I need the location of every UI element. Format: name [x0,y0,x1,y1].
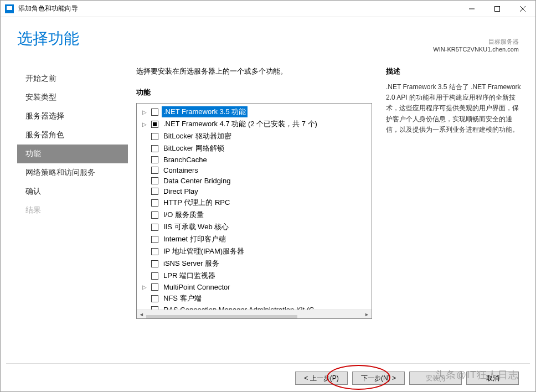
nav-item-4[interactable]: 功能 [17,145,128,163]
feature-item[interactable]: ▷Internet 打印客户端 [137,233,372,245]
feature-item[interactable]: ▷BitLocker 网络解锁 [137,142,372,154]
header-area: 选择功能 目标服务器 WIN-KR5TC2VNKU1.chen.com [1,17,535,61]
feature-label[interactable]: NFS 客户端 [162,293,203,304]
feature-label[interactable]: BitLocker 网络解锁 [162,143,226,154]
feature-checkbox[interactable] [151,283,158,291]
next-button[interactable]: 下一步(N) > [352,372,405,385]
nav-item-7: 结果 [17,201,128,220]
description-column: 描述 .NET Framework 3.5 结合了 .NET Framework… [386,66,522,338]
nav-sidebar: 开始之前安装类型服务器选择服务器角色功能网络策略和访问服务确认结果 [17,61,128,338]
feature-checkbox[interactable] [151,145,158,152]
feature-item[interactable]: ▷NFS 客户端 [137,292,372,305]
feature-item[interactable]: ▷iSNS Server 服务 [137,257,372,270]
svg-rect-1 [495,6,500,11]
feature-label[interactable]: I/O 服务质量 [162,209,205,220]
feature-label[interactable]: Direct Play [162,187,200,196]
features-header: 功能 [136,87,372,97]
feature-checkbox[interactable] [151,272,158,280]
nav-item-3[interactable]: 服务器角色 [17,126,128,145]
feature-label[interactable]: .NET Framework 3.5 功能 [162,106,248,117]
feature-label[interactable]: IP 地址管理(IPAM)服务器 [162,246,246,257]
previous-button[interactable]: < 上一步(P) [295,372,348,385]
feature-checkbox[interactable] [151,199,158,207]
feature-label[interactable]: Data Center Bridging [162,176,232,185]
feature-checkbox[interactable] [151,236,158,243]
horizontal-scrollbar[interactable]: ◄ ► [137,310,372,319]
feature-checkbox[interactable] [151,306,158,310]
feature-label[interactable]: .NET Framework 4.7 功能 (2 个已安装，共 7 个) [162,118,319,130]
feature-checkbox[interactable] [151,248,158,255]
cancel-button[interactable]: 取消 [466,372,519,385]
expander-icon[interactable]: ▷ [141,109,148,115]
feature-checkbox[interactable] [151,295,158,302]
nav-item-0[interactable]: 开始之前 [17,69,128,88]
wizard-window: 添加角色和功能向导 选择功能 目标服务器 WIN-KR5TC2VNKU1.che… [0,0,536,392]
nav-item-5[interactable]: 网络策略和访问服务 [17,163,128,182]
feature-checkbox[interactable] [151,133,158,140]
nav-item-6[interactable]: 确认 [17,182,128,201]
feature-checkbox[interactable] [151,167,158,174]
feature-item[interactable]: ▷I/O 服务质量 [137,209,372,221]
description-header: 描述 [386,66,522,76]
feature-item[interactable]: ▷MultiPoint Connector [137,282,372,292]
feature-checkbox[interactable] [151,156,158,163]
app-icon [5,4,14,13]
page-title: 选择功能 [17,28,79,49]
maximize-button[interactable] [485,1,510,17]
feature-item[interactable]: ▷HTTP 代理上的 RPC [137,197,372,209]
feature-item[interactable]: ▷RAS Connection Manager Administration K… [137,305,372,310]
scroll-right-button[interactable]: ► [362,310,372,319]
window-title: 添加角色和功能向导 [18,4,459,13]
content-area: 选择要安装在所选服务器上的一个或多个功能。 功能 ▷.NET Framework… [128,61,535,338]
feature-label[interactable]: HTTP 代理上的 RPC [162,197,231,208]
scroll-left-button[interactable]: ◄ [137,310,146,319]
feature-checkbox[interactable] [151,188,158,195]
feature-item[interactable]: ▷IIS 可承载 Web 核心 [137,221,372,233]
target-info: 目标服务器 WIN-KR5TC2VNKU1.chen.com [433,38,519,53]
feature-item[interactable]: ▷.NET Framework 4.7 功能 (2 个已安装，共 7 个) [137,118,372,130]
feature-list: ▷.NET Framework 3.5 功能▷.NET Framework 4.… [136,103,372,319]
feature-checkbox[interactable] [151,212,158,219]
main-content: 开始之前安装类型服务器选择服务器角色功能网络策略和访问服务确认结果 选择要安装在… [1,61,535,338]
minimize-button[interactable] [459,1,485,17]
feature-label[interactable]: Containers [162,166,200,175]
feature-label[interactable]: Internet 打印客户端 [162,234,228,245]
target-label: 目标服务器 [433,38,519,46]
feature-checkbox[interactable] [151,109,158,116]
nav-item-1[interactable]: 安装类型 [17,88,128,107]
feature-item[interactable]: ▷.NET Framework 3.5 功能 [137,106,372,118]
feature-item[interactable]: ▷BranchCache [137,154,372,165]
expander-icon[interactable]: ▷ [141,121,148,127]
instruction-text: 选择要安装在所选服务器上的一个或多个功能。 [136,66,372,76]
feature-label[interactable]: BitLocker 驱动器加密 [162,131,233,142]
feature-item[interactable]: ▷LPR 端口监视器 [137,270,372,282]
feature-item[interactable]: ▷Containers [137,165,372,176]
feature-item[interactable]: ▷Direct Play [137,186,372,197]
feature-checkbox[interactable] [151,121,158,128]
close-button[interactable] [510,1,535,17]
expander-icon[interactable]: ▷ [141,284,148,290]
scroll-thumb[interactable] [146,315,297,319]
install-button[interactable]: 安装(I) [409,372,462,385]
description-text: .NET Framework 3.5 结合了 .NET Framework 2.… [386,82,522,135]
feature-items-container[interactable]: ▷.NET Framework 3.5 功能▷.NET Framework 4.… [137,104,372,310]
features-column: 选择要安装在所选服务器上的一个或多个功能。 功能 ▷.NET Framework… [136,66,372,338]
feature-label[interactable]: LPR 端口监视器 [162,270,217,281]
button-bar: < 上一步(P) 下一步(N) > 安装(I) 取消 [295,363,519,385]
feature-item[interactable]: ▷BitLocker 驱动器加密 [137,130,372,142]
feature-item[interactable]: ▷Data Center Bridging [137,176,372,186]
feature-label[interactable]: IIS 可承载 Web 核心 [162,221,230,233]
nav-item-2[interactable]: 服务器选择 [17,107,128,126]
feature-label[interactable]: MultiPoint Connector [162,282,232,292]
feature-checkbox[interactable] [151,224,158,231]
feature-label[interactable]: BranchCache [162,155,209,164]
feature-checkbox[interactable] [151,260,158,267]
feature-item[interactable]: ▷IP 地址管理(IPAM)服务器 [137,245,372,257]
window-controls [459,1,535,17]
feature-label[interactable]: RAS Connection Manager Administration Ki… [162,305,316,310]
feature-checkbox[interactable] [151,177,158,184]
titlebar: 添加角色和功能向导 [1,1,535,17]
feature-label[interactable]: iSNS Server 服务 [162,258,221,269]
target-server: WIN-KR5TC2VNKU1.chen.com [433,46,519,53]
